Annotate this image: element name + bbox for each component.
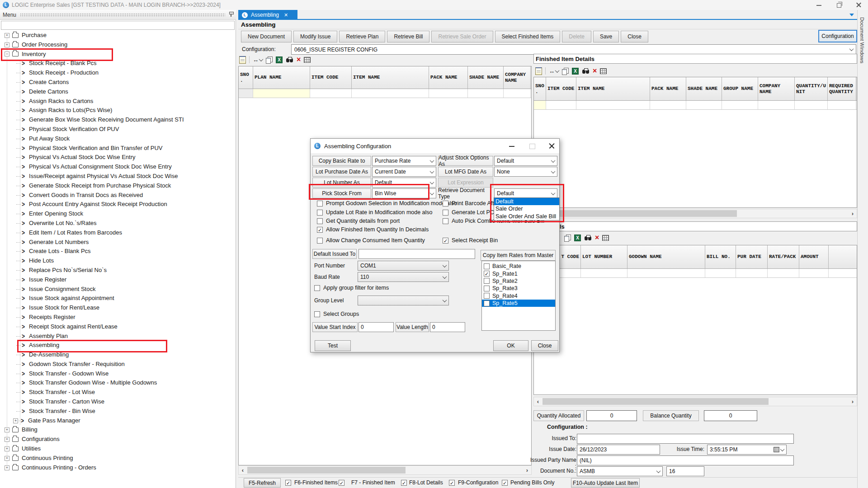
value-length-field[interactable]: 0 bbox=[430, 322, 465, 332]
delete-row-icon[interactable]: × bbox=[595, 235, 599, 241]
tree-item[interactable]: >Issue/Receipt against Physical Vs Actua… bbox=[0, 172, 236, 181]
configuration-button[interactable]: Configuration bbox=[818, 30, 857, 42]
tree-item[interactable]: >Generate Stock Receipt from Purchase Ph… bbox=[0, 181, 236, 191]
checkbox-icon[interactable] bbox=[314, 311, 320, 317]
excel-export-icon[interactable]: X bbox=[574, 235, 581, 241]
grid-row[interactable] bbox=[534, 101, 857, 110]
column-header[interactable]: PLAN NAME bbox=[253, 66, 310, 89]
save-button[interactable]: Save bbox=[593, 31, 619, 42]
tree-item[interactable]: >Assign Racks to Cartons bbox=[0, 97, 236, 106]
column-header[interactable]: GODOWN NAME bbox=[627, 245, 705, 268]
column-header[interactable]: ITEM CODE bbox=[546, 77, 576, 100]
close-button[interactable] bbox=[854, 1, 864, 9]
tree-item[interactable]: >Physical Vs Actual Consignment Stock Do… bbox=[0, 162, 236, 172]
allow-change-consumed-item-quantity-checkbox[interactable]: Allow Change Consumed Item Quantity bbox=[317, 237, 425, 244]
quantity-allocated-field[interactable]: 0 bbox=[586, 410, 637, 421]
new-document-button[interactable]: New Document bbox=[241, 31, 292, 42]
copy-icon[interactable] bbox=[562, 68, 569, 75]
dialog-titlebar[interactable]: L Assembling Configuration bbox=[311, 139, 559, 153]
tree-item[interactable]: >Receipts Register bbox=[0, 313, 236, 322]
copy-icon[interactable] bbox=[564, 235, 571, 241]
grid-cell[interactable] bbox=[504, 89, 531, 98]
grid-cell[interactable] bbox=[736, 269, 768, 277]
column-header[interactable]: SNO. bbox=[534, 77, 546, 100]
grid-cell[interactable] bbox=[239, 89, 253, 98]
grid-cell[interactable] bbox=[758, 101, 795, 109]
copy-icon[interactable] bbox=[266, 56, 273, 63]
allow-finished-item-quantity-in-decimals-checkbox[interactable]: ✓Allow Finished Item Quantity In Decimal… bbox=[317, 226, 429, 233]
expand-icon[interactable]: + bbox=[5, 456, 9, 461]
delete-row-icon[interactable]: × bbox=[593, 68, 597, 74]
grid-cell[interactable] bbox=[768, 269, 799, 277]
retrieve-plan-button[interactable]: Retrieve Plan bbox=[339, 31, 385, 42]
grid-cell[interactable] bbox=[546, 101, 576, 109]
port-number-select[interactable]: COM1 bbox=[358, 261, 449, 271]
finished-grid-hscrollbar[interactable]: ‹ › bbox=[533, 209, 857, 218]
column-header[interactable]: PACK NAME bbox=[429, 66, 468, 89]
find-icon[interactable] bbox=[582, 68, 590, 74]
modify-issue-button[interactable]: Modify Issue bbox=[293, 31, 337, 42]
tree-item[interactable]: >Issue Stock against Appointment bbox=[0, 294, 236, 303]
f8-checkbox[interactable]: ✓ bbox=[401, 480, 407, 486]
tree-item[interactable]: >Stock Transfer Godown Wise - Multiple G… bbox=[0, 378, 236, 388]
grid-icon[interactable] bbox=[600, 68, 607, 74]
grid-cell[interactable] bbox=[581, 269, 627, 277]
ok-button[interactable]: OK bbox=[493, 340, 528, 351]
minimize-button[interactable] bbox=[815, 1, 825, 9]
tree-folder-item[interactable]: +Utilities bbox=[0, 444, 236, 454]
lot-mfg-date-label[interactable]: Lot MFG Date As bbox=[438, 167, 493, 177]
expand-icon[interactable]: + bbox=[5, 437, 9, 442]
column-header[interactable]: RATE/PACK bbox=[768, 245, 799, 268]
column-header[interactable]: PUR DATE bbox=[736, 245, 768, 268]
tree-item[interactable]: >Put Away Stock bbox=[0, 134, 236, 144]
find-icon[interactable] bbox=[584, 235, 592, 241]
tree-folder-item[interactable]: +Continuous Printing bbox=[0, 454, 236, 463]
tree-item[interactable]: >Receipt Stock against Rent/Lease bbox=[0, 322, 236, 332]
scrollbar-thumb[interactable] bbox=[247, 467, 406, 474]
tree-item[interactable]: >Overwrite Lot No.`s/Rates bbox=[0, 219, 236, 228]
tree-item[interactable]: >Convert Goods in Transit Docs as Receiv… bbox=[0, 191, 236, 200]
column-header[interactable]: SHADE NAME bbox=[686, 77, 722, 100]
issued-to-field[interactable] bbox=[577, 434, 794, 444]
document-no-field[interactable]: 16 bbox=[666, 466, 704, 476]
checkbox-icon[interactable] bbox=[314, 285, 320, 291]
apply-group-filter-checkbox[interactable]: Apply group filter for items bbox=[314, 284, 389, 291]
scrollbar-thumb[interactable] bbox=[542, 210, 737, 217]
expand-icon[interactable]: + bbox=[5, 427, 9, 432]
configuration-select[interactable]: 0606_ISSUE REGISTER CONFIG bbox=[291, 44, 856, 55]
checkbox-icon[interactable] bbox=[484, 278, 490, 284]
rate-list-item[interactable]: Basic_Rate bbox=[482, 263, 555, 270]
tree-item[interactable]: >Create Cartons bbox=[0, 78, 236, 87]
scroll-right-icon[interactable]: › bbox=[849, 209, 857, 218]
document-icon[interactable] bbox=[535, 67, 542, 75]
tree-item[interactable]: >Post Account Entry Against Stock Receip… bbox=[0, 200, 236, 209]
checkbox-icon[interactable] bbox=[443, 201, 448, 206]
grid-cell[interactable] bbox=[468, 89, 504, 98]
column-header[interactable]: ITEM NAME bbox=[352, 66, 429, 89]
consumed-grid-hscrollbar[interactable]: ‹ › bbox=[533, 397, 857, 406]
f7-checkbox[interactable]: ✓ bbox=[339, 480, 344, 486]
tree-item[interactable]: >Generate Lot Numbers bbox=[0, 238, 236, 247]
update-lot-rate-in-modification-mode-also-checkbox[interactable]: Update Lot Rate in Modification mode als… bbox=[317, 209, 433, 216]
checkbox-icon[interactable] bbox=[317, 201, 323, 206]
item-rates-listbox[interactable]: Basic_Rate✓Sp_Rate1Sp_Rate2Sp_Rate3Sp_Ra… bbox=[481, 261, 556, 331]
value-start-index-field[interactable]: 0 bbox=[359, 322, 394, 332]
grid-cell[interactable] bbox=[686, 101, 722, 109]
rate-list-item[interactable]: Sp_Rate5 bbox=[482, 300, 555, 307]
tab-assembling[interactable]: L Assembling ✕ bbox=[238, 10, 297, 20]
column-header[interactable]: COMPANY NAME bbox=[504, 66, 531, 89]
tree-item[interactable]: >Physical Stock Verification and Bin Tra… bbox=[0, 144, 236, 153]
grid-cell[interactable] bbox=[795, 101, 828, 109]
test-button[interactable]: Test bbox=[315, 340, 351, 351]
f5-refresh-button[interactable]: F5-Refresh bbox=[244, 478, 281, 488]
grid-cell[interactable] bbox=[799, 269, 829, 277]
delete-row-icon[interactable]: × bbox=[297, 56, 301, 63]
checkbox-icon[interactable] bbox=[317, 238, 323, 244]
checkbox-icon[interactable]: ✓ bbox=[484, 271, 490, 277]
select-receipt-bin-checkbox[interactable]: ✓Select Receipt Bin bbox=[443, 237, 498, 244]
checkbox-icon[interactable] bbox=[484, 263, 490, 269]
checkbox-icon[interactable] bbox=[443, 218, 448, 224]
menu-search-box[interactable] bbox=[1, 21, 235, 30]
rate-list-item[interactable]: Sp_Rate3 bbox=[482, 285, 555, 292]
grid-cell[interactable] bbox=[627, 269, 705, 277]
